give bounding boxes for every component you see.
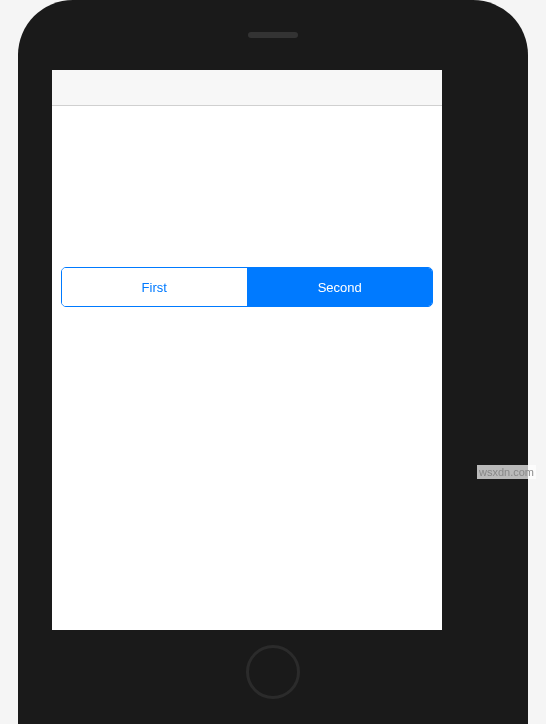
- main-content: First Second: [52, 106, 442, 630]
- phone-device-frame: First Second: [18, 0, 528, 724]
- home-button[interactable]: [246, 645, 300, 699]
- segment-second[interactable]: Second: [247, 268, 433, 306]
- segment-first[interactable]: First: [62, 268, 247, 306]
- phone-speaker: [248, 32, 298, 38]
- segment-first-label: First: [142, 280, 167, 295]
- phone-bottom-bezel: [18, 630, 528, 724]
- segmented-control[interactable]: First Second: [61, 267, 433, 307]
- segment-second-label: Second: [318, 280, 362, 295]
- phone-screen: First Second: [52, 70, 442, 630]
- watermark-text: wsxdn.com: [477, 465, 536, 479]
- phone-top-bezel: [18, 0, 528, 70]
- navigation-bar: [52, 70, 442, 106]
